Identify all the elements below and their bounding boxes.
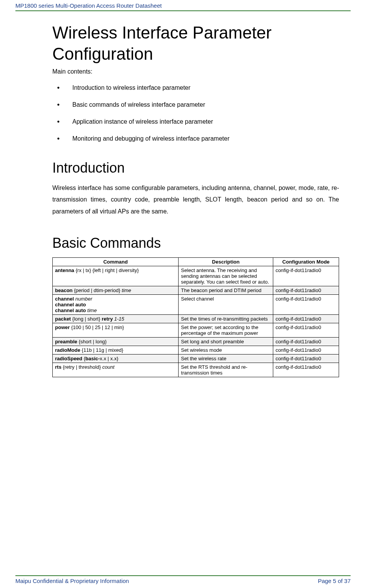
cell-description: Set the power; set according to the perc…	[179, 323, 273, 338]
cell-description: Set the times of re-transmitting packets	[179, 315, 273, 323]
table-body: antenna {rx | tx} {left | right | divers…	[53, 266, 339, 377]
cell-mode: config-if-dot11radio0	[273, 323, 339, 338]
cell-mode: config-if-dot11radio0	[273, 315, 339, 323]
cell-mode: config-if-dot11radio0	[273, 266, 339, 286]
list-item: Application instance of wireless interfa…	[52, 118, 339, 125]
table-row: radioSpeed {basic-x.x | x.x}Set the wire…	[53, 354, 339, 363]
cell-command: power {100 | 50 | 25 | 12 | min}	[53, 323, 179, 338]
cell-mode: config-if-dot11radio0	[273, 346, 339, 354]
basic-commands-heading: Basic Commands	[52, 235, 339, 251]
list-item: Basic commands of wireless interface par…	[52, 101, 339, 108]
table-row: preamble {short | long}Set long and shor…	[53, 338, 339, 346]
table-row: channel numberchannel autochannel auto t…	[53, 295, 339, 315]
table-header-mode: Configuration Mode	[273, 258, 339, 266]
commands-table: Command Description Configuration Mode a…	[52, 257, 339, 377]
cell-command: packet {long | short} retry 1-15	[53, 315, 179, 323]
table-row: packet {long | short} retry 1-15Set the …	[53, 315, 339, 323]
cell-mode: config-if-dot11radio0	[273, 363, 339, 377]
document-header: MP1800 series Multi-Operation Access Rou…	[15, 2, 351, 11]
cell-mode: config-if-dot11radio0	[273, 338, 339, 346]
list-item: Monitoring and debugging of wireless int…	[52, 135, 339, 142]
introduction-heading: Introduction	[52, 160, 339, 176]
cell-command: radioSpeed {basic-x.x | x.x}	[53, 354, 179, 363]
cell-description: Set the RTS threshold and re-transmissio…	[179, 363, 273, 377]
page-title: Wireless Interface Parameter Configurati…	[52, 22, 339, 64]
list-item: Introduction to wireless interface param…	[52, 84, 339, 91]
table-row: antenna {rx | tx} {left | right | divers…	[53, 266, 339, 286]
table-row: radioMode {11b | 11g | mixed}Set wireles…	[53, 346, 339, 354]
cell-mode: config-if-dot11radio0	[273, 354, 339, 363]
page: MP1800 series Multi-Operation Access Rou…	[0, 0, 366, 588]
table-header-row: Command Description Configuration Mode	[53, 258, 339, 266]
introduction-paragraph: Wireless interface has some configurable…	[52, 182, 339, 217]
content-area: Wireless Interface Parameter Configurati…	[15, 11, 351, 575]
cell-description: Select antenna. The receiving and sendin…	[179, 266, 273, 286]
main-contents-label: Main contents:	[52, 68, 339, 75]
contents-list: Introduction to wireless interface param…	[52, 84, 339, 142]
table-header-command: Command	[53, 258, 179, 266]
cell-description: The beacon period and DTIM period	[179, 286, 273, 295]
cell-description: Set wireless mode	[179, 346, 273, 354]
table-row: power {100 | 50 | 25 | 12 | min}Set the …	[53, 323, 339, 338]
cell-command: beacon {period | dtim-period} time	[53, 286, 179, 295]
cell-command: antenna {rx | tx} {left | right | divers…	[53, 266, 179, 286]
cell-description: Set long and short preamble	[179, 338, 273, 346]
footer-left: Maipu Confidential & Proprietary Informa…	[15, 578, 129, 584]
cell-command: rts {retry | threshold} count	[53, 363, 179, 377]
cell-description: Set the wireless rate	[179, 354, 273, 363]
cell-command: channel numberchannel autochannel auto t…	[53, 295, 179, 315]
cell-mode: config-if-dot11radio0	[273, 295, 339, 315]
cell-description: Select channel	[179, 295, 273, 315]
footer-right: Page 5 of 37	[318, 578, 351, 584]
footer: Maipu Confidential & Proprietary Informa…	[15, 575, 351, 584]
table-row: rts {retry | threshold} countSet the RTS…	[53, 363, 339, 377]
table-header-description: Description	[179, 258, 273, 266]
cell-mode: config-if-dot11radio0	[273, 286, 339, 295]
cell-command: radioMode {11b | 11g | mixed}	[53, 346, 179, 354]
cell-command: preamble {short | long}	[53, 338, 179, 346]
table-row: beacon {period | dtim-period} timeThe be…	[53, 286, 339, 295]
